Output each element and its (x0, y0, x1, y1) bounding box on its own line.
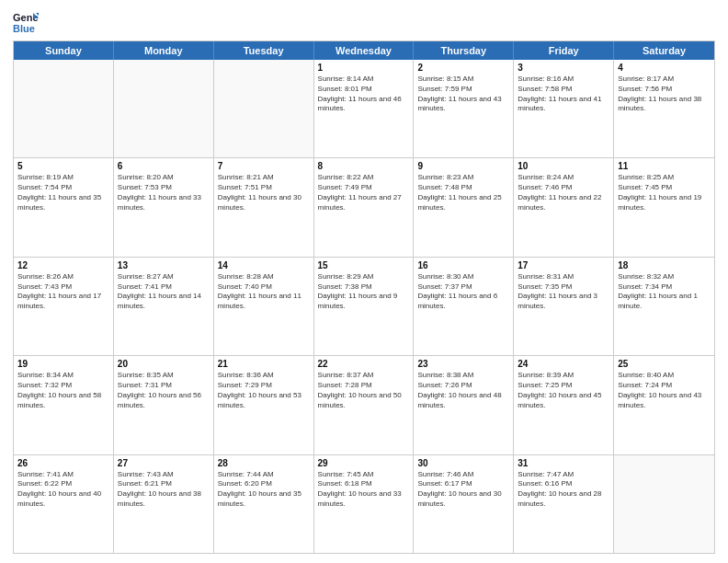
day-cell-29: 29Sunrise: 7:45 AM Sunset: 6:18 PM Dayli… (314, 455, 415, 553)
day-cell-30: 30Sunrise: 7:46 AM Sunset: 6:17 PM Dayli… (414, 455, 514, 553)
header-day-tuesday: Tuesday (214, 41, 314, 60)
day-cell-3: 3Sunrise: 8:16 AM Sunset: 7:58 PM Daylig… (514, 60, 614, 157)
day-cell-24: 24Sunrise: 8:39 AM Sunset: 7:25 PM Dayli… (514, 356, 614, 454)
day-number: 18 (618, 260, 711, 270)
day-info: Sunrise: 7:47 AM Sunset: 6:16 PM Dayligh… (518, 470, 609, 510)
day-info: Sunrise: 8:29 AM Sunset: 7:38 PM Dayligh… (318, 272, 410, 312)
day-cell-17: 17Sunrise: 8:31 AM Sunset: 7:35 PM Dayli… (514, 258, 614, 355)
day-info: Sunrise: 8:37 AM Sunset: 7:28 PM Dayligh… (318, 371, 410, 410)
day-info: Sunrise: 8:20 AM Sunset: 7:53 PM Dayligh… (118, 173, 210, 213)
day-info: Sunrise: 8:26 AM Sunset: 7:43 PM Dayligh… (17, 272, 109, 312)
day-cell-26: 26Sunrise: 7:41 AM Sunset: 6:22 PM Dayli… (14, 455, 114, 553)
header-day-sunday: Sunday (14, 41, 114, 60)
day-number: 10 (518, 161, 609, 171)
day-info: Sunrise: 8:30 AM Sunset: 7:37 PM Dayligh… (417, 272, 509, 312)
day-number: 11 (618, 161, 711, 171)
header: General Blue (13, 9, 715, 35)
day-cell-1: 1Sunrise: 8:14 AM Sunset: 8:01 PM Daylig… (314, 60, 415, 157)
empty-cell (114, 60, 214, 157)
logo: General Blue (13, 9, 39, 35)
day-number: 5 (17, 161, 109, 171)
header-day-thursday: Thursday (414, 41, 514, 60)
calendar-header: SundayMondayTuesdayWednesdayThursdayFrid… (14, 41, 714, 60)
day-cell-19: 19Sunrise: 8:34 AM Sunset: 7:32 PM Dayli… (14, 356, 114, 454)
day-cell-8: 8Sunrise: 8:22 AM Sunset: 7:49 PM Daylig… (314, 158, 415, 256)
day-info: Sunrise: 7:43 AM Sunset: 6:21 PM Dayligh… (118, 470, 210, 510)
day-number: 21 (218, 359, 310, 369)
day-number: 16 (417, 260, 509, 270)
day-number: 25 (618, 359, 711, 369)
day-info: Sunrise: 8:27 AM Sunset: 7:41 PM Dayligh… (118, 272, 210, 312)
day-number: 23 (417, 359, 509, 369)
day-info: Sunrise: 8:17 AM Sunset: 7:56 PM Dayligh… (618, 75, 711, 114)
day-number: 9 (417, 161, 509, 171)
day-cell-16: 16Sunrise: 8:30 AM Sunset: 7:37 PM Dayli… (414, 258, 514, 355)
day-cell-10: 10Sunrise: 8:24 AM Sunset: 7:46 PM Dayli… (514, 158, 614, 256)
day-number: 14 (218, 260, 310, 270)
day-number: 7 (218, 161, 310, 171)
calendar-row-4: 19Sunrise: 8:34 AM Sunset: 7:32 PM Dayli… (14, 355, 714, 454)
header-day-friday: Friday (514, 41, 614, 60)
day-info: Sunrise: 8:24 AM Sunset: 7:46 PM Dayligh… (518, 173, 609, 213)
day-number: 24 (518, 359, 609, 369)
day-number: 27 (118, 458, 210, 468)
calendar-row-1: 1Sunrise: 8:14 AM Sunset: 8:01 PM Daylig… (14, 60, 714, 157)
day-cell-23: 23Sunrise: 8:38 AM Sunset: 7:26 PM Dayli… (414, 356, 514, 454)
calendar-body: 1Sunrise: 8:14 AM Sunset: 8:01 PM Daylig… (14, 60, 714, 553)
day-number: 6 (118, 161, 210, 171)
day-number: 2 (417, 63, 509, 73)
header-day-saturday: Saturday (614, 41, 714, 60)
day-info: Sunrise: 8:21 AM Sunset: 7:51 PM Dayligh… (218, 173, 310, 213)
empty-cell (214, 60, 314, 157)
day-number: 26 (17, 458, 109, 468)
day-info: Sunrise: 8:31 AM Sunset: 7:35 PM Dayligh… (518, 272, 609, 312)
svg-text:Blue: Blue (13, 23, 35, 34)
calendar-row-2: 5Sunrise: 8:19 AM Sunset: 7:54 PM Daylig… (14, 157, 714, 256)
day-number: 4 (618, 63, 711, 73)
page: General Blue SundayMondayTuesdayWednesda… (0, 0, 728, 563)
day-cell-2: 2Sunrise: 8:15 AM Sunset: 7:59 PM Daylig… (414, 60, 514, 157)
day-number: 8 (318, 161, 410, 171)
empty-cell (614, 455, 714, 553)
day-cell-27: 27Sunrise: 7:43 AM Sunset: 6:21 PM Dayli… (114, 455, 214, 553)
day-number: 29 (318, 458, 410, 468)
day-number: 15 (318, 260, 410, 270)
day-info: Sunrise: 8:22 AM Sunset: 7:49 PM Dayligh… (318, 173, 410, 213)
day-number: 3 (518, 63, 609, 73)
day-number: 13 (118, 260, 210, 270)
calendar-row-5: 26Sunrise: 7:41 AM Sunset: 6:22 PM Dayli… (14, 454, 714, 553)
day-cell-22: 22Sunrise: 8:37 AM Sunset: 7:28 PM Dayli… (314, 356, 415, 454)
day-info: Sunrise: 8:38 AM Sunset: 7:26 PM Dayligh… (417, 371, 509, 410)
day-info: Sunrise: 8:16 AM Sunset: 7:58 PM Dayligh… (518, 75, 609, 114)
day-info: Sunrise: 8:32 AM Sunset: 7:34 PM Dayligh… (618, 272, 711, 312)
day-cell-25: 25Sunrise: 8:40 AM Sunset: 7:24 PM Dayli… (614, 356, 714, 454)
logo-icon: General Blue (13, 9, 39, 35)
day-number: 30 (417, 458, 509, 468)
day-number: 28 (218, 458, 310, 468)
day-cell-20: 20Sunrise: 8:35 AM Sunset: 7:31 PM Dayli… (114, 356, 214, 454)
day-cell-4: 4Sunrise: 8:17 AM Sunset: 7:56 PM Daylig… (614, 60, 714, 157)
header-day-wednesday: Wednesday (314, 41, 415, 60)
day-info: Sunrise: 8:36 AM Sunset: 7:29 PM Dayligh… (218, 371, 310, 410)
day-number: 19 (17, 359, 109, 369)
day-info: Sunrise: 8:14 AM Sunset: 8:01 PM Dayligh… (318, 75, 410, 114)
day-number: 22 (318, 359, 410, 369)
day-info: Sunrise: 7:41 AM Sunset: 6:22 PM Dayligh… (17, 470, 109, 510)
day-info: Sunrise: 8:34 AM Sunset: 7:32 PM Dayligh… (17, 371, 109, 410)
day-cell-7: 7Sunrise: 8:21 AM Sunset: 7:51 PM Daylig… (214, 158, 314, 256)
header-day-monday: Monday (114, 41, 214, 60)
day-cell-28: 28Sunrise: 7:44 AM Sunset: 6:20 PM Dayli… (214, 455, 314, 553)
day-cell-13: 13Sunrise: 8:27 AM Sunset: 7:41 PM Dayli… (114, 258, 214, 355)
day-cell-14: 14Sunrise: 8:28 AM Sunset: 7:40 PM Dayli… (214, 258, 314, 355)
day-cell-11: 11Sunrise: 8:25 AM Sunset: 7:45 PM Dayli… (614, 158, 714, 256)
day-info: Sunrise: 8:19 AM Sunset: 7:54 PM Dayligh… (17, 173, 109, 213)
day-cell-9: 9Sunrise: 8:23 AM Sunset: 7:48 PM Daylig… (414, 158, 514, 256)
day-info: Sunrise: 7:46 AM Sunset: 6:17 PM Dayligh… (417, 470, 509, 510)
day-info: Sunrise: 8:15 AM Sunset: 7:59 PM Dayligh… (417, 75, 509, 114)
day-info: Sunrise: 7:45 AM Sunset: 6:18 PM Dayligh… (318, 470, 410, 510)
day-info: Sunrise: 8:40 AM Sunset: 7:24 PM Dayligh… (618, 371, 711, 410)
day-number: 31 (518, 458, 609, 468)
day-cell-6: 6Sunrise: 8:20 AM Sunset: 7:53 PM Daylig… (114, 158, 214, 256)
day-number: 17 (518, 260, 609, 270)
day-number: 20 (118, 359, 210, 369)
